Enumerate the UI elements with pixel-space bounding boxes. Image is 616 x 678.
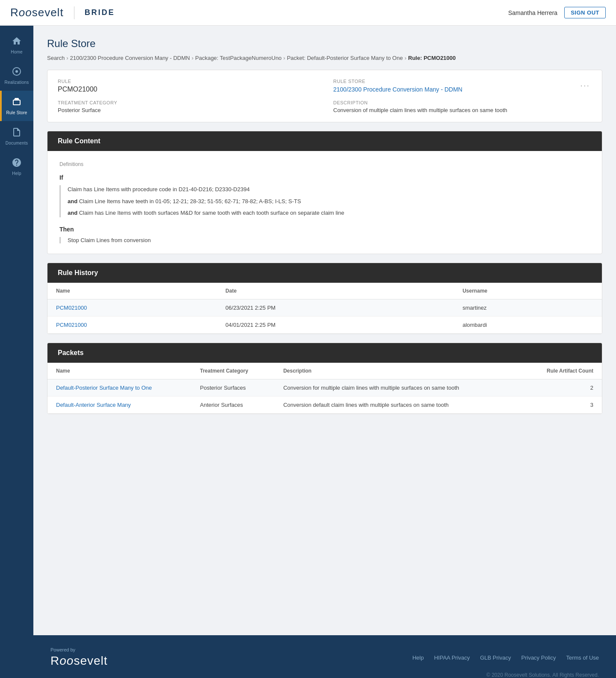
history-username-1: smartinez [454, 299, 602, 316]
definitions-label: Definitions [59, 161, 590, 167]
description-label: Description [333, 100, 592, 105]
rule-info-grid: Rule PCMO21000 Rule Store 2100/2300 Proc… [58, 79, 592, 113]
sidebar-label-help: Help [12, 171, 21, 176]
top-header: Roosevelt BRIDE Samantha Herrera SIGN OU… [0, 0, 616, 26]
rule-content-header: Rule Content [47, 131, 602, 151]
sidebar-item-help[interactable]: Help [0, 151, 33, 182]
sign-out-button[interactable]: SIGN OUT [564, 7, 606, 18]
packet-description-2: Conversion default claim lines with mult… [275, 396, 521, 413]
header-logo: Roosevelt BRIDE [10, 6, 115, 19]
packet-treatment-2: Anterior Surfaces [192, 396, 275, 413]
then-item-1: Stop Claim Lines from conversion [68, 237, 590, 243]
footer-logo: Powered by Roosevelt [50, 647, 108, 668]
history-name-1: PCM021000 [47, 299, 217, 316]
breadcrumb-packet[interactable]: Packet: Default-Posterior Surface Many t… [287, 55, 403, 61]
packets-col-treatment: Treatment Category [192, 363, 275, 379]
main-content: Rule Store Search › 2100/2300 Procedure … [33, 26, 616, 635]
sidebar-item-documents[interactable]: Documents [0, 121, 33, 151]
history-date-2: 04/01/2021 2:25 PM [217, 316, 454, 333]
packets-col-count: Rule Artifact Count [521, 363, 602, 379]
breadcrumb-package[interactable]: Package: TestPackageNumeroUno [195, 55, 281, 61]
treatment-category-value: Posterior Surface [58, 107, 316, 113]
breadcrumb-sep-2: › [192, 55, 193, 61]
packet-count-1: 2 [521, 379, 602, 396]
logo-text: Roosevelt [10, 6, 64, 19]
packets-header-row: Name Treatment Category Description Rule… [47, 363, 602, 379]
rule-content-title: Rule Content [58, 137, 101, 145]
if-keyword: If [59, 174, 590, 181]
description-field: Description Conversion of multiple claim… [333, 100, 592, 113]
sidebar-label-home: Home [11, 50, 22, 54]
packets-card: Packets Name Treatment Category Descript… [47, 343, 602, 414]
treatment-category-field: Treatment Category Posterior Surface [58, 100, 316, 113]
packets-title: Packets [58, 349, 84, 356]
rule-history-table: Name Date Username PCM021000 06/23/2021 … [47, 283, 602, 334]
packets-header: Packets [47, 343, 602, 363]
history-date-1: 06/23/2021 2:25 PM [217, 299, 454, 316]
packet-name-1: Default-Posterior Surface Many to One [47, 379, 192, 396]
condition-3: and Claim has Line Items with tooth surf… [68, 209, 590, 217]
sidebar-item-rule-store[interactable]: Rule Store [0, 91, 33, 121]
packet-description-1: Conversion for multiple claim lines with… [275, 379, 521, 396]
sidebar-item-realizations[interactable]: Realizations [0, 60, 33, 91]
history-username-2: alombardi [454, 316, 602, 333]
history-link-1[interactable]: PCM021000 [56, 305, 87, 311]
footer-link-glb[interactable]: GLB Privacy [480, 654, 511, 661]
table-row: PCM021000 04/01/2021 2:25 PM alombardi [47, 316, 602, 333]
packets-col-description: Description [275, 363, 521, 379]
col-date: Date [217, 283, 454, 299]
home-icon [12, 36, 22, 48]
rule-store-icon [12, 97, 22, 109]
breadcrumb-search[interactable]: Search [47, 55, 65, 61]
table-row: PCM021000 06/23/2021 2:25 PM smartinez [47, 299, 602, 316]
breadcrumb: Search › 2100/2300 Procedure Conversion … [47, 55, 602, 61]
footer-powered-by: Powered by [50, 647, 108, 652]
then-block: Then Stop Claim Lines from conversion [59, 226, 590, 243]
breadcrumb-sep-4: › [405, 55, 406, 61]
more-options-button[interactable]: ··· [578, 79, 592, 92]
col-name: Name [47, 283, 217, 299]
footer-link-hipaa[interactable]: HIPAA Privacy [434, 654, 470, 661]
header-user: Samantha Herrera SIGN OUT [508, 7, 606, 18]
sidebar-label-documents: Documents [6, 141, 28, 145]
page-title: Rule Store [47, 38, 602, 50]
footer-link-privacy[interactable]: Privacy Policy [521, 654, 556, 661]
packets-col-name: Name [47, 363, 192, 379]
table-row: Default-Anterior Surface Many Anterior S… [47, 396, 602, 413]
treatment-category-label: Treatment Category [58, 100, 316, 105]
svg-point-0 [15, 70, 18, 73]
sidebar-label-rule-store: Rule Store [6, 110, 27, 115]
condition-list: Claim has Line Items with procedure code… [59, 185, 590, 217]
packet-link-1[interactable]: Default-Posterior Surface Many to One [56, 385, 152, 391]
breadcrumb-rule-store[interactable]: 2100/2300 Procedure Conversion Many - DD… [70, 55, 190, 61]
if-block: If Claim has Line Items with procedure c… [59, 174, 590, 217]
footer-link-help[interactable]: Help [412, 654, 424, 661]
history-name-2: PCM021000 [47, 316, 217, 333]
rule-history-title: Rule History [58, 269, 98, 276]
history-link-2[interactable]: PCM021000 [56, 322, 87, 328]
then-content: Stop Claim Lines from conversion [59, 237, 590, 243]
active-indicator [0, 91, 2, 121]
rule-content-card: Rule Content Definitions If Claim has Li… [47, 131, 602, 254]
breadcrumb-sep-1: › [66, 55, 68, 61]
packets-table-container: Name Treatment Category Description Rule… [47, 363, 602, 414]
packet-link-2[interactable]: Default-Anterior Surface Many [56, 402, 131, 408]
then-keyword: Then [59, 226, 590, 233]
footer-links: Help HIPAA Privacy GLB Privacy Privacy P… [412, 654, 599, 661]
rule-store-label: Rule Store [333, 79, 592, 84]
condition-1: Claim has Line Items with procedure code… [68, 185, 590, 194]
description-value: Conversion of multiple claim lines with … [333, 107, 592, 113]
and-keyword-1: and [68, 198, 79, 204]
sidebar-label-realizations: Realizations [5, 80, 29, 85]
rule-store-field: Rule Store 2100/2300 Procedure Conversio… [333, 79, 592, 93]
footer-link-terms[interactable]: Terms of Use [566, 654, 599, 661]
rule-store-value[interactable]: 2100/2300 Procedure Conversion Many - DD… [333, 86, 462, 93]
breadcrumb-current: Rule: PCMO21000 [408, 55, 456, 61]
breadcrumb-sep-3: › [283, 55, 285, 61]
rule-label: Rule [58, 79, 316, 84]
footer: Powered by Roosevelt Help HIPAA Privacy … [33, 635, 616, 678]
sidebar: Home Realizations Rule Store Documents H… [0, 26, 33, 678]
sidebar-item-home[interactable]: Home [0, 30, 33, 60]
packet-treatment-1: Posterior Surfaces [192, 379, 275, 396]
documents-icon [12, 127, 22, 139]
